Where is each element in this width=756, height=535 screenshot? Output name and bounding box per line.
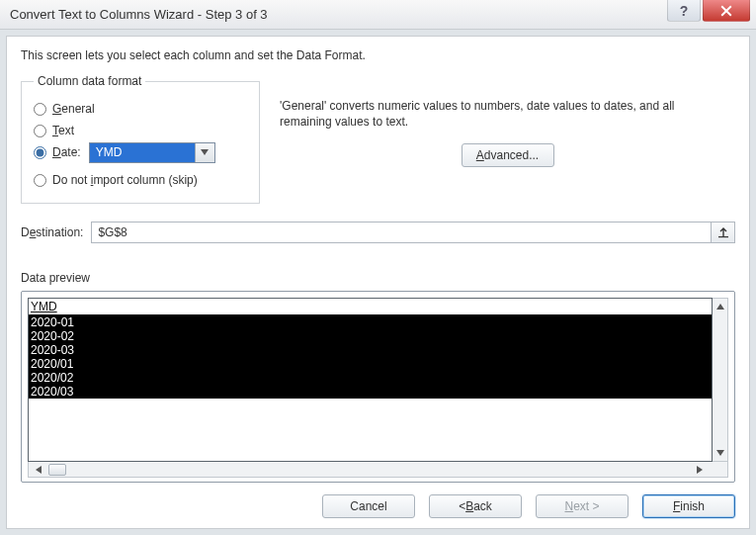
next-button: Next > [536,494,629,518]
scroll-down-icon[interactable] [713,445,727,461]
preview-row[interactable]: 2020/03 [29,385,712,399]
group-legend: Column data format [34,74,145,88]
preview-row[interactable]: 2020-03 [29,343,712,357]
dialog-body: This screen lets you select each column … [6,36,750,529]
preview-row[interactable]: 2020/01 [29,357,712,371]
svg-marker-2 [716,304,724,310]
scroll-left-icon[interactable] [31,466,46,474]
dialog-footer: Cancel < Back Next > Finish [21,483,735,518]
help-button[interactable]: ? [667,0,701,22]
format-description: 'General' converts numeric values to num… [280,98,695,130]
preview-grid[interactable]: YMD 2020-012020-022020-032020/012020/022… [28,298,713,462]
radio-date-label[interactable]: Date: [52,145,81,159]
preview-row[interactable]: 2020-02 [29,329,712,343]
date-format-dropdown[interactable]: YMD [89,142,215,163]
advanced-button[interactable]: Advanced... [462,143,554,167]
data-preview-box: YMD 2020-012020-022020-032020/012020/022… [21,291,735,483]
chevron-down-icon [195,143,214,162]
range-picker-button[interactable] [711,223,734,242]
titlebar: Convert Text to Columns Wizard - Step 3 … [0,0,756,30]
cancel-button[interactable]: Cancel [322,494,415,518]
radio-text[interactable] [34,125,46,137]
close-button[interactable] [703,0,750,22]
finish-button[interactable]: Finish [642,494,735,518]
date-format-value: YMD [90,143,195,162]
hscroll-thumb[interactable] [48,464,66,476]
radio-skip[interactable] [34,174,46,187]
radio-general[interactable] [34,103,46,116]
destination-input[interactable] [92,223,711,242]
column-data-format-group: Column data format General Text Date: YM… [21,74,260,204]
window-title: Convert Text to Columns Wizard - Step 3 … [10,7,268,22]
destination-field-wrap [91,222,735,243]
destination-label: Destination: [21,225,83,239]
preview-rows: 2020-012020-022020-032020/012020/022020/… [29,315,712,399]
horizontal-scrollbar[interactable] [28,462,728,478]
vertical-scrollbar[interactable] [713,298,728,462]
data-preview-label: Data preview [21,271,735,285]
back-button[interactable]: < Back [429,494,522,518]
radio-date[interactable] [34,146,46,159]
svg-marker-0 [201,149,209,155]
radio-general-label[interactable]: General [52,102,95,116]
intro-text: This screen lets you select each column … [21,48,735,62]
svg-rect-1 [718,236,728,237]
radio-skip-label[interactable]: Do not import column (skip) [52,173,198,187]
preview-row[interactable]: 2020/02 [29,371,712,385]
preview-column-header[interactable]: YMD [29,299,712,315]
svg-marker-4 [36,466,42,474]
scroll-up-icon[interactable] [713,299,727,314]
svg-marker-3 [716,450,724,456]
svg-marker-5 [697,466,703,474]
preview-row[interactable]: 2020-01 [29,315,712,329]
scroll-right-icon[interactable] [692,462,708,477]
radio-text-label[interactable]: Text [52,124,74,137]
